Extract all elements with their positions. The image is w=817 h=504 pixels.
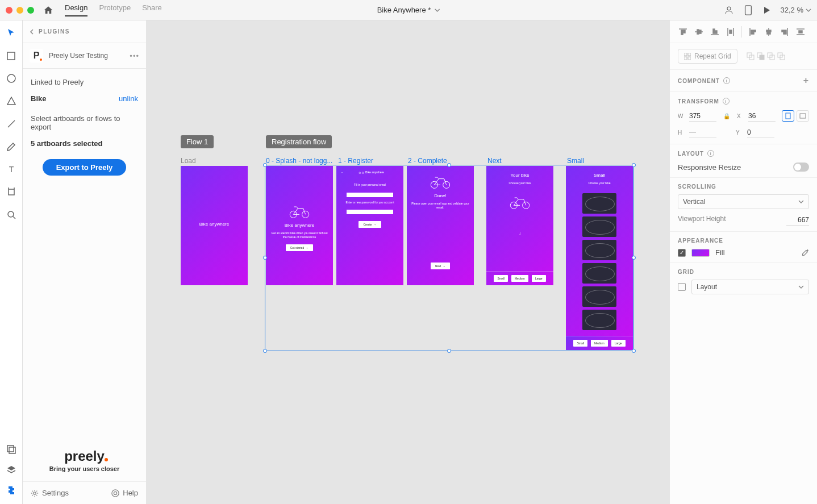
w-label: W <box>678 113 685 119</box>
select-tool[interactable] <box>6 27 17 39</box>
assets-icon[interactable] <box>6 444 17 455</box>
align-bottom[interactable] <box>707 24 722 39</box>
add-component-button[interactable]: + <box>803 76 809 86</box>
text-tool[interactable]: T <box>6 164 17 175</box>
orientation-portrait[interactable] <box>782 110 794 122</box>
linked-label: Linked to Preely <box>31 78 138 86</box>
minimize-window[interactable] <box>16 7 23 14</box>
responsive-toggle[interactable] <box>793 163 809 172</box>
bool-intersect-icon[interactable] <box>767 52 775 60</box>
layers-icon[interactable] <box>6 464 17 476</box>
artboard-name-register[interactable]: 1 - Register <box>338 157 373 165</box>
zoom-control[interactable]: 32,2 % <box>781 6 811 14</box>
settings-label: Settings <box>42 489 69 497</box>
selected-count: 5 artboards selected <box>31 139 138 148</box>
tab-share[interactable]: Share <box>142 3 162 16</box>
maximize-window[interactable] <box>27 7 34 14</box>
info-icon[interactable]: i <box>707 150 714 157</box>
close-window[interactable] <box>6 7 12 14</box>
plugin-row: P Preely User Testing ••• <box>23 43 146 69</box>
grid-value: Layout <box>697 283 717 291</box>
info-icon[interactable]: i <box>723 98 730 105</box>
tab-prototype[interactable]: Prototype <box>99 3 131 16</box>
document-title[interactable]: Bike Anywhere * <box>377 6 440 14</box>
distribute-h[interactable] <box>793 24 808 39</box>
align-right[interactable] <box>777 24 792 39</box>
appearance-section: APPEARANCE ✓ Fill <box>670 232 817 263</box>
home-icon[interactable] <box>43 5 53 15</box>
mode-tabs: Design Prototype Share <box>65 3 162 16</box>
chevron-left-icon <box>30 29 34 35</box>
linked-project: Bike <box>31 94 46 103</box>
svg-rect-35 <box>730 30 732 34</box>
artboard-load[interactable]: Bike anywhere <box>181 166 248 285</box>
settings-button[interactable]: Settings <box>31 489 69 497</box>
grid-type-select[interactable]: Layout <box>691 280 809 294</box>
height-input[interactable]: — <box>689 127 716 138</box>
plugin-footer-row: Settings Help <box>23 481 146 504</box>
mobile-preview-icon[interactable] <box>744 5 752 15</box>
export-button[interactable]: Export to Preely <box>43 159 127 176</box>
artboard-tool[interactable] <box>6 186 17 198</box>
bool-subtract-icon[interactable] <box>757 52 765 60</box>
topbar-right: 32,2 % <box>724 5 811 15</box>
svg-rect-6 <box>9 189 14 195</box>
svg-point-14 <box>112 489 119 496</box>
right-panel: Repeat Grid COMPONENTi + TRANSFORMi W 🔒 … <box>669 20 817 504</box>
viewport-height-input[interactable] <box>786 215 809 226</box>
flow-label-2[interactable]: Registration flow <box>266 135 332 148</box>
chevron-down-icon <box>434 7 440 13</box>
scrolling-section: SCROLLING Vertical Viewport Height <box>670 178 817 232</box>
zoom-tool[interactable] <box>6 209 17 220</box>
align-hcenter[interactable] <box>761 24 776 39</box>
artboard-name-complete[interactable]: 2 - Complete <box>408 157 447 165</box>
x-input[interactable] <box>748 111 776 122</box>
play-icon[interactable] <box>762 6 770 14</box>
repeat-grid-button[interactable]: Repeat Grid <box>678 49 737 64</box>
artboard-name-small[interactable]: Small <box>567 157 584 165</box>
left-panel: PLUGINS P Preely User Testing ••• Linked… <box>23 20 147 504</box>
plugin-more-menu[interactable]: ••• <box>130 52 139 60</box>
flow-label-1[interactable]: Flow 1 <box>181 135 214 148</box>
line-tool[interactable] <box>6 118 17 130</box>
bool-add-icon[interactable] <box>747 52 755 60</box>
fill-checkbox[interactable]: ✓ <box>678 249 686 257</box>
gear-icon <box>31 489 39 497</box>
align-left[interactable] <box>745 24 760 39</box>
info-icon[interactable]: i <box>723 77 730 84</box>
svg-rect-40 <box>766 30 771 32</box>
svg-rect-38 <box>751 32 754 34</box>
x-label: X <box>737 113 744 119</box>
lock-icon[interactable]: 🔒 <box>723 113 730 119</box>
rectangle-tool[interactable] <box>6 50 17 61</box>
scroll-direction-select[interactable]: Vertical <box>678 194 809 209</box>
distribute-v[interactable] <box>723 24 738 39</box>
svg-rect-12 <box>9 447 15 453</box>
svg-rect-51 <box>688 57 691 60</box>
help-button[interactable]: Help <box>111 489 138 497</box>
polygon-tool[interactable] <box>6 95 17 107</box>
orientation-landscape[interactable] <box>797 110 809 122</box>
grid-checkbox[interactable] <box>678 283 686 291</box>
plugins-icon[interactable] <box>6 485 17 496</box>
repeat-grid-label: Repeat Grid <box>694 52 731 60</box>
avatar-icon[interactable] <box>724 5 734 15</box>
ellipse-tool[interactable] <box>6 73 17 84</box>
artboard-name-next[interactable]: Next <box>487 157 502 165</box>
fill-swatch[interactable] <box>691 249 710 257</box>
width-input[interactable] <box>689 111 716 122</box>
eyedropper-icon[interactable] <box>801 249 809 257</box>
plugins-header[interactable]: PLUGINS <box>23 20 146 43</box>
tab-design[interactable]: Design <box>65 3 87 16</box>
artboard-name-load[interactable]: Load <box>181 157 196 165</box>
unlink-button[interactable]: unlink <box>119 94 138 103</box>
artboard-name-splash[interactable]: 0 - Splash - not logg... <box>266 157 332 165</box>
align-top[interactable] <box>676 24 690 39</box>
canvas[interactable]: Flow 1 Registration flow Load 0 - Splash… <box>147 20 669 504</box>
pen-tool[interactable] <box>6 141 17 152</box>
bool-exclude-icon[interactable] <box>777 52 785 60</box>
svg-rect-32 <box>715 31 717 34</box>
y-input[interactable] <box>747 127 774 138</box>
fill-label: Fill <box>715 248 725 257</box>
align-vcenter[interactable] <box>691 24 706 39</box>
